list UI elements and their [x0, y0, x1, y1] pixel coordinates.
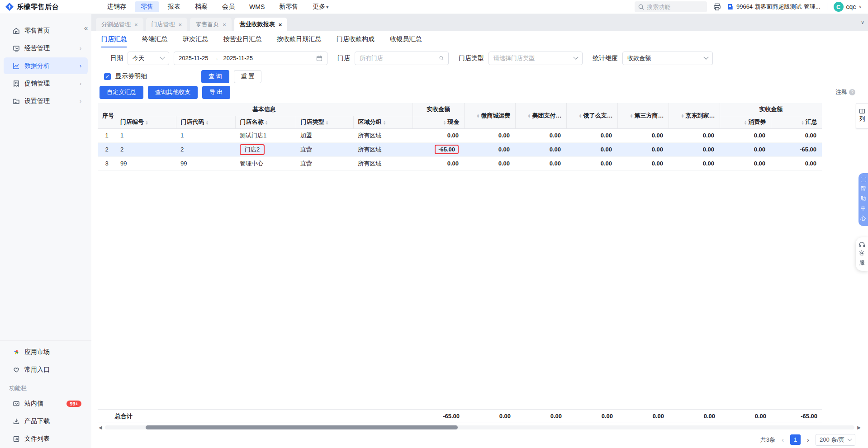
scroll-left-arrow-icon[interactable]: ◀ — [99, 425, 102, 430]
dimension-select[interactable]: 收款金额 — [622, 52, 713, 65]
subtab-by-business-day[interactable]: 按营业日汇总 — [223, 31, 261, 47]
date-range-picker[interactable]: 2025-11-25 → 2025-11-25 — [174, 52, 327, 65]
sidebar-item-favorites[interactable]: 常用入口 — [4, 361, 88, 378]
col-header-store-code[interactable]: 门店代码▲▼ — [176, 116, 235, 128]
close-icon[interactable]: × — [223, 21, 226, 28]
chevron-down-icon: ∨ — [859, 5, 862, 9]
nav-item-baobiao[interactable]: 报表 — [162, 1, 186, 12]
main-content: 分割品管理× 门店管理× 零售首页× 营业收款报表× ∨ 门店汇总 终端汇总 班… — [91, 14, 868, 448]
subtab-by-payment-date[interactable]: 按收款日期汇总 — [277, 31, 321, 47]
sidebar-item-data-analysis[interactable]: 数据分析 › — [4, 57, 88, 74]
next-page-icon[interactable]: › — [807, 436, 809, 443]
col-header-index[interactable]: 序号 — [98, 103, 116, 128]
nav-item-xinlingshou[interactable]: 新零售 — [273, 1, 304, 12]
subtab-cashier-summary[interactable]: 收银员汇总 — [390, 31, 422, 47]
app-title: 乐檬零售后台 — [17, 3, 59, 11]
store-input[interactable] — [360, 55, 439, 61]
scroll-right-arrow-icon[interactable]: ▶ — [857, 425, 861, 430]
close-icon[interactable]: × — [179, 21, 182, 28]
tab-store-mgmt[interactable]: 门店管理× — [146, 18, 188, 31]
export-button[interactable]: 导 出 — [202, 86, 230, 99]
col-header-region[interactable]: 区域分组▲▼ — [353, 116, 413, 128]
unread-badge: 99+ — [66, 401, 81, 407]
pagination-bar: 共3条 ‹ 1 › 200 条/页 — [98, 431, 862, 448]
col-header-total[interactable]: ▲▼汇总 — [771, 116, 822, 128]
col-header-eleme-pay[interactable]: ▲▼饿了么支… — [566, 103, 617, 128]
tabs-overflow-chevron-icon[interactable]: ∨ — [861, 19, 864, 25]
nav-item-jinxiaocun[interactable]: 进销存 — [101, 1, 132, 12]
sidebar-item-app-market[interactable]: 应用市场 — [4, 344, 88, 360]
col-header-coupon[interactable]: ▲▼消费券 — [720, 116, 771, 128]
chevron-down-icon — [160, 54, 165, 59]
query-other-income-button[interactable]: 查询其他收支 — [148, 86, 198, 99]
col-header-store-no[interactable]: 门店编号▲▼ — [116, 116, 176, 128]
col-header-store-name[interactable]: 门店名称▲▼ — [235, 116, 296, 128]
sidebar-item-promotion-mgmt[interactable]: 促销管理 › — [4, 75, 88, 92]
nav-item-lingshou[interactable]: 零售 — [135, 1, 159, 12]
close-icon[interactable]: × — [279, 21, 282, 28]
search-input[interactable] — [647, 4, 697, 10]
table-row[interactable]: 2 2 2 门店2 直营 所有区域 -65.00 0.00 0.00 0.00 … — [98, 142, 822, 156]
close-icon[interactable]: × — [134, 21, 138, 28]
table-row[interactable]: 3 99 99 管理中心 直营 所有区域 0.00 0.00 0.00 0.00… — [98, 156, 822, 170]
page-number-button[interactable]: 1 — [790, 434, 801, 445]
horizontal-scrollbar: ◀ ▶ — [98, 424, 862, 431]
table-row[interactable]: 1 1 1 测试门店1 加盟 所有区域 0.00 0.00 0.00 0.00 … — [98, 128, 822, 142]
tab-retail-home[interactable]: 零售首页× — [190, 18, 232, 31]
prev-page-icon[interactable]: ‹ — [782, 436, 784, 443]
global-search[interactable] — [635, 1, 707, 12]
company-switcher[interactable]: 99664-新界面商超版测试-管理... — [727, 3, 821, 11]
show-coupon-checkbox[interactable]: ✓ — [104, 73, 111, 80]
sidebar-item-settings-mgmt[interactable]: 设置管理 › — [4, 93, 88, 109]
custom-summary-button[interactable]: 自定义汇总 — [100, 86, 143, 99]
sort-icon: ▲▼ — [744, 120, 747, 125]
customer-service-float-button[interactable]: 客 服 — [856, 237, 868, 271]
nav-item-more[interactable]: 更多▾ — [307, 1, 334, 12]
reset-button[interactable]: 重 置 — [234, 70, 262, 83]
query-button[interactable]: 查 询 — [201, 70, 229, 83]
app-logo[interactable]: 乐檬零售后台 — [5, 3, 90, 11]
sidebar-item-product-download[interactable]: 产品下载 — [4, 413, 88, 429]
sort-icon: ▲▼ — [326, 120, 329, 125]
logo-icon — [5, 3, 14, 11]
sort-icon: ▲▼ — [579, 113, 582, 118]
monitor-icon — [13, 45, 20, 52]
nav-item-wms[interactable]: WMS — [243, 2, 270, 12]
store-filter[interactable] — [355, 52, 449, 65]
subtab-store-summary[interactable]: 门店汇总 — [101, 31, 127, 47]
store-type-select[interactable]: 请选择门店类型 — [489, 52, 583, 65]
chevron-down-icon — [848, 437, 852, 441]
sidebar-item-file-list[interactable]: 文件列表 — [4, 430, 88, 447]
sort-icon: ▲▼ — [145, 120, 148, 125]
sidebar-item-retail-home[interactable]: 零售首页 — [4, 22, 88, 39]
col-header-meituan-pay[interactable]: ▲▼美团支付… — [515, 103, 566, 128]
printer-icon[interactable] — [713, 3, 721, 11]
user-menu[interactable]: C cqc ∨ — [834, 2, 862, 12]
col-header-third-party[interactable]: ▲▼第三方商… — [617, 103, 669, 128]
sidebar-item-business-mgmt[interactable]: 经营管理 › — [4, 40, 88, 57]
tab-revenue-report[interactable]: 营业收款报表× — [234, 18, 288, 31]
col-header-jd-daojia[interactable]: ▲▼京东到家… — [669, 103, 720, 128]
subtab-store-payment-mix[interactable]: 门店收款构成 — [337, 31, 375, 47]
note-link[interactable]: 注释 ? — [835, 88, 855, 96]
subtab-shift-summary[interactable]: 班次汇总 — [183, 31, 208, 47]
file-list-icon — [13, 435, 20, 443]
nav-item-huiyuan[interactable]: 会员 — [216, 1, 241, 12]
nav-item-dangan[interactable]: 档案 — [189, 1, 213, 12]
date-preset-select[interactable]: 今天 — [128, 52, 169, 65]
tab-split-product-mgmt[interactable]: 分割品管理× — [96, 18, 143, 31]
chevron-down-icon: ▾ — [326, 5, 328, 9]
col-header-wsc-shipping[interactable]: ▲▼微商城运费 — [464, 103, 515, 128]
username: cqc — [846, 3, 856, 10]
sidebar: « 零售首页 经营管理 › 数据分析 › — [0, 14, 91, 448]
sidebar-item-inbox[interactable]: 站内信 99+ — [4, 395, 88, 412]
sidebar-collapse-icon[interactable]: « — [84, 24, 88, 32]
subtab-terminal-summary[interactable]: 终端汇总 — [142, 31, 167, 47]
scrollbar-thumb[interactable] — [146, 425, 458, 429]
help-center-float-button[interactable]: 帮 助 中 心 — [859, 173, 868, 226]
page-size-select[interactable]: 200 条/页 — [816, 434, 855, 446]
col-header-cash[interactable]: ▲▼现金 — [413, 116, 464, 128]
col-header-store-type[interactable]: 门店类型▲▼ — [296, 116, 353, 128]
column-settings-button[interactable]: 列 — [856, 103, 868, 129]
scrollbar-track[interactable] — [105, 425, 854, 429]
